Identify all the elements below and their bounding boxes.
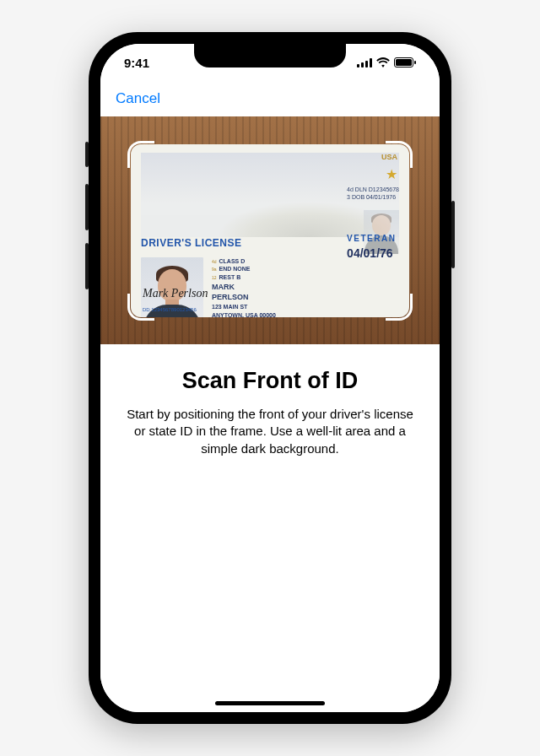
screen: 9:41 Cancel DRIVER'S LICENSE USA ★	[100, 44, 440, 712]
home-indicator[interactable]	[215, 701, 325, 705]
veteran-badge: VETERAN	[347, 234, 399, 243]
silent-switch	[85, 142, 89, 167]
signature: Mark Perlson	[143, 287, 208, 300]
notch	[194, 44, 346, 68]
status-time: 9:41	[124, 56, 149, 70]
svg-rect-2	[365, 61, 368, 68]
real-id-star-icon: ★	[386, 166, 397, 182]
id-card: DRIVER'S LICENSE USA ★ 4d DLN D12345678 …	[131, 144, 409, 317]
svg-rect-5	[396, 59, 412, 66]
page-description: Start by positioning the front of your d…	[126, 406, 414, 457]
cellular-icon	[357, 58, 372, 68]
card-right-column: 4d DLN D12345678 3 DOB 04/01/1976 VETERA…	[347, 186, 399, 262]
wifi-icon	[376, 57, 390, 68]
svg-rect-3	[370, 58, 372, 68]
power-button	[451, 201, 455, 268]
svg-rect-1	[361, 62, 364, 68]
dd-number: DD 1234567890123456	[143, 307, 197, 312]
page-title: Scan Front of ID	[126, 368, 414, 394]
svg-rect-6	[414, 61, 416, 64]
card-fields: 4d CLASS D 9a END NONE 12 REST B MARK PE…	[212, 257, 399, 317]
svg-rect-0	[357, 64, 359, 68]
volume-up	[85, 184, 89, 230]
nav-bar: Cancel	[100, 81, 440, 116]
cancel-button[interactable]: Cancel	[114, 87, 162, 111]
card-country: USA	[381, 153, 397, 161]
instruction-panel: Scan Front of ID Start by positioning th…	[100, 344, 440, 712]
battery-icon	[394, 57, 416, 68]
camera-viewfinder[interactable]: DRIVER'S LICENSE USA ★ 4d DLN D12345678 …	[100, 116, 440, 344]
volume-down	[85, 243, 89, 289]
phone-frame: 9:41 Cancel DRIVER'S LICENSE USA ★	[89, 32, 451, 724]
scan-frame: DRIVER'S LICENSE USA ★ 4d DLN D12345678 …	[131, 144, 409, 317]
